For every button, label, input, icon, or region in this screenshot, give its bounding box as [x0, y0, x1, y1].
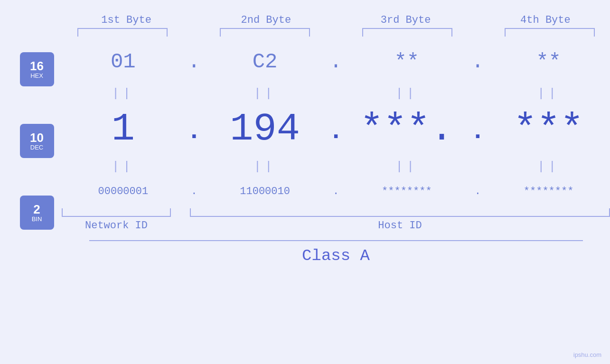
id-labels: Network ID Host ID: [62, 220, 610, 232]
watermark: ipshu.com: [573, 351, 601, 358]
bin-badge: 2 BIN: [20, 196, 54, 230]
hex-b1: 01: [62, 50, 185, 74]
data-section: 01 . C2 . ** . **: [62, 40, 610, 232]
bracket-byte1: [77, 28, 168, 37]
bin-b3: ********: [346, 186, 469, 197]
bin-b1: 00000001: [62, 186, 185, 197]
byte2-label: 2nd Byte: [211, 14, 320, 26]
host-id-label: Host ID: [190, 220, 610, 232]
hex-badge-label: HEX: [30, 73, 43, 79]
equals-row-2: || || || ||: [62, 156, 610, 177]
bin-row: 00000001 . 11000010 . ******** .: [62, 177, 610, 205]
hex-dot3: .: [468, 50, 487, 74]
main-container: 1st Byte 2nd Byte 3rd Byte 4th Byte 16 H…: [0, 0, 610, 364]
class-row: Class A: [89, 240, 583, 265]
network-id-label: Network ID: [62, 220, 171, 232]
network-bracket: [62, 208, 171, 217]
bin-badge-number: 2: [33, 203, 40, 216]
dec-badge: 10 DEC: [20, 124, 54, 158]
dec-badge-number: 10: [30, 131, 44, 145]
dec-dot2: .: [327, 118, 346, 151]
bracket-byte2: [220, 28, 310, 37]
hex-b3: **: [346, 50, 469, 74]
byte4-label: 4th Byte: [491, 14, 600, 26]
bracket-byte3: [362, 28, 452, 37]
hex-b2: C2: [204, 50, 327, 74]
bin-dot3: .: [468, 186, 487, 197]
bin-badge-label: BIN: [32, 216, 42, 222]
hex-badge-number: 16: [30, 59, 44, 73]
dec-row: 1 . 194 . ***. . ***: [62, 104, 610, 156]
byte3-label: 3rd Byte: [351, 14, 460, 26]
equals-row-1: || || || ||: [62, 83, 610, 104]
dec-b3: ***.: [346, 107, 469, 151]
hex-dot1: .: [185, 50, 204, 74]
dec-dot1: .: [185, 118, 204, 151]
dec-b4: ***: [487, 107, 610, 151]
bin-dot1: .: [185, 186, 204, 197]
bin-b4: ********: [487, 186, 610, 197]
dec-dot3: .: [468, 118, 487, 151]
host-bracket: [190, 208, 610, 217]
bottom-brackets-row: [62, 208, 610, 217]
hex-b4: **: [487, 50, 610, 74]
bin-b2: 11000010: [204, 186, 327, 197]
bin-dot2: .: [327, 186, 346, 197]
hex-badge: 16 HEX: [20, 52, 54, 86]
hex-row: 01 . C2 . ** . **: [62, 40, 610, 83]
hex-dot2: .: [327, 50, 346, 74]
dec-b2: 194: [204, 107, 327, 151]
badges-column: 16 HEX 10 DEC 2 BIN: [0, 40, 62, 232]
class-label: Class A: [302, 247, 370, 265]
bracket-byte4: [505, 28, 595, 37]
byte1-label: 1st Byte: [72, 14, 181, 26]
dec-badge-label: DEC: [30, 144, 43, 150]
dec-b1: 1: [62, 107, 185, 151]
rows-wrapper: 16 HEX 10 DEC 2 BIN 01 .: [0, 40, 610, 232]
